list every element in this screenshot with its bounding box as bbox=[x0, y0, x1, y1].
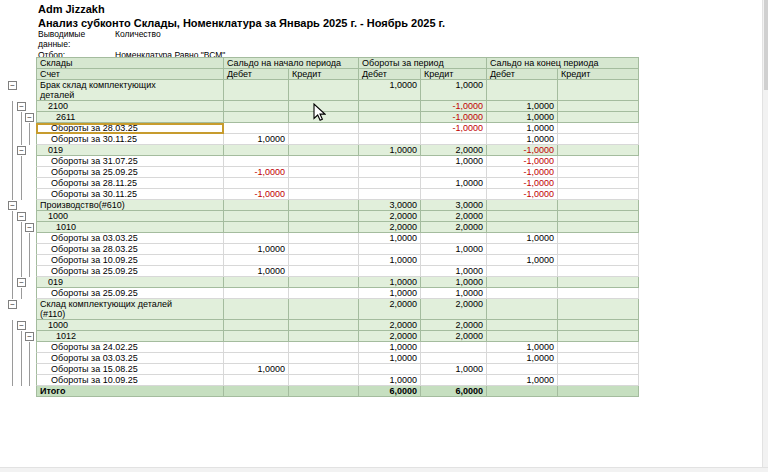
row-label[interactable]: Обороты за 30.11.25 bbox=[36, 134, 224, 145]
cell-saldo-start-debit[interactable] bbox=[224, 80, 289, 101]
cell-saldo-end-credit[interactable] bbox=[558, 375, 639, 386]
cell-turnover-credit[interactable] bbox=[421, 353, 487, 364]
cell-turnover-debit[interactable] bbox=[359, 112, 421, 123]
cell-saldo-start-credit[interactable] bbox=[289, 211, 359, 222]
cell-saldo-end-credit[interactable] bbox=[558, 145, 639, 156]
cell-turnover-debit[interactable]: 2,0000 bbox=[359, 299, 421, 320]
cell-turnover-credit[interactable]: 6,0000 bbox=[421, 386, 487, 397]
cell-saldo-end-debit[interactable] bbox=[487, 211, 558, 222]
collapse-minus-icon[interactable]: − bbox=[17, 102, 26, 111]
cell-saldo-start-debit[interactable]: 1,0000 bbox=[224, 266, 289, 277]
cell-saldo-end-debit[interactable] bbox=[487, 277, 558, 288]
row-label[interactable]: Итого bbox=[36, 386, 224, 397]
col-header-debit-start[interactable]: Дебет bbox=[224, 69, 289, 80]
cell-turnover-debit[interactable]: 1,0000 bbox=[359, 375, 421, 386]
cell-turnover-credit[interactable] bbox=[421, 375, 487, 386]
cell-turnover-debit[interactable]: 1,0000 bbox=[359, 353, 421, 364]
cell-saldo-end-credit[interactable] bbox=[558, 266, 639, 277]
row-label[interactable]: Обороты за 31.07.25 bbox=[36, 156, 224, 167]
vertical-scrollbar[interactable] bbox=[762, 0, 768, 472]
cell-saldo-end-debit[interactable] bbox=[487, 320, 558, 331]
cell-saldo-end-debit[interactable] bbox=[487, 288, 558, 299]
cell-saldo-start-credit[interactable] bbox=[289, 123, 359, 134]
cell-turnover-credit[interactable]: 2,0000 bbox=[421, 222, 487, 233]
cell-saldo-start-credit[interactable] bbox=[289, 222, 359, 233]
row-label[interactable]: 1000 bbox=[36, 211, 224, 222]
row-label[interactable]: 1012 bbox=[36, 331, 224, 342]
collapse-minus-icon[interactable]: − bbox=[25, 113, 34, 122]
cell-turnover-credit[interactable] bbox=[421, 255, 487, 266]
cell-saldo-start-debit[interactable] bbox=[224, 277, 289, 288]
row-label[interactable]: Обороты за 10.09.25 bbox=[36, 375, 224, 386]
cell-turnover-debit[interactable]: 6,0000 bbox=[359, 386, 421, 397]
cell-saldo-start-debit[interactable] bbox=[224, 331, 289, 342]
cell-saldo-start-debit[interactable]: 1,0000 bbox=[224, 364, 289, 375]
cell-saldo-start-credit[interactable] bbox=[289, 342, 359, 353]
cell-turnover-credit[interactable] bbox=[421, 134, 487, 145]
cell-saldo-start-debit[interactable] bbox=[224, 178, 289, 189]
cell-saldo-start-debit[interactable] bbox=[224, 375, 289, 386]
cell-saldo-start-credit[interactable] bbox=[289, 178, 359, 189]
collapse-minus-icon[interactable]: − bbox=[8, 201, 17, 210]
cell-saldo-start-debit[interactable] bbox=[224, 101, 289, 112]
row-label[interactable]: 1000 bbox=[36, 320, 224, 331]
cell-saldo-end-debit[interactable] bbox=[487, 299, 558, 320]
col-header-sklady[interactable]: Склады bbox=[36, 57, 224, 69]
cell-turnover-credit[interactable]: 2,0000 bbox=[421, 145, 487, 156]
row-label[interactable]: Обороты за 30.11.25 bbox=[36, 189, 224, 200]
cell-turnover-debit[interactable]: 1,0000 bbox=[359, 145, 421, 156]
cell-turnover-credit[interactable]: 1,0000 bbox=[421, 80, 487, 101]
cell-turnover-credit[interactable] bbox=[421, 342, 487, 353]
cell-saldo-end-debit[interactable] bbox=[487, 200, 558, 211]
cell-saldo-start-credit[interactable] bbox=[289, 167, 359, 178]
cell-saldo-start-credit[interactable] bbox=[289, 375, 359, 386]
cell-turnover-credit[interactable]: 1,0000 bbox=[421, 364, 487, 375]
cell-saldo-end-debit[interactable]: 1,0000 bbox=[487, 375, 558, 386]
cell-saldo-end-credit[interactable] bbox=[558, 331, 639, 342]
cell-turnover-debit[interactable] bbox=[359, 244, 421, 255]
cell-saldo-end-credit[interactable] bbox=[558, 288, 639, 299]
collapse-minus-icon[interactable]: − bbox=[17, 146, 26, 155]
cell-saldo-start-debit[interactable] bbox=[224, 123, 289, 134]
row-label[interactable]: Обороты за 03.03.25 bbox=[36, 233, 224, 244]
cell-turnover-debit[interactable]: 1,0000 bbox=[359, 288, 421, 299]
cell-saldo-start-debit[interactable] bbox=[224, 222, 289, 233]
cell-saldo-start-debit[interactable] bbox=[224, 112, 289, 123]
collapse-minus-icon[interactable]: − bbox=[25, 223, 34, 232]
row-label[interactable]: Обороты за 28.03.25 bbox=[36, 123, 224, 134]
cell-saldo-end-debit[interactable] bbox=[487, 222, 558, 233]
collapse-minus-icon[interactable]: − bbox=[17, 321, 26, 330]
cell-saldo-end-credit[interactable] bbox=[558, 123, 639, 134]
cell-turnover-credit[interactable]: 1,0000 bbox=[421, 288, 487, 299]
cell-saldo-start-debit[interactable] bbox=[224, 342, 289, 353]
cell-turnover-debit[interactable] bbox=[359, 101, 421, 112]
col-header-credit-turnover[interactable]: Кредит bbox=[421, 69, 487, 80]
cell-turnover-credit[interactable]: 1,0000 bbox=[421, 244, 487, 255]
cell-saldo-start-debit[interactable] bbox=[224, 200, 289, 211]
horizontal-scrollbar[interactable] bbox=[0, 467, 768, 472]
cell-saldo-end-credit[interactable] bbox=[558, 353, 639, 364]
col-header-schet[interactable]: Счет bbox=[36, 69, 224, 80]
cell-saldo-end-debit[interactable]: 1,0000 bbox=[487, 123, 558, 134]
row-label[interactable]: Обороты за 24.02.25 bbox=[36, 342, 224, 353]
row-label[interactable]: 2611 bbox=[36, 112, 224, 123]
cell-turnover-credit[interactable] bbox=[421, 233, 487, 244]
cell-saldo-end-credit[interactable] bbox=[558, 342, 639, 353]
cell-saldo-start-credit[interactable] bbox=[289, 331, 359, 342]
cell-saldo-end-debit[interactable]: -1,0000 bbox=[487, 178, 558, 189]
cell-saldo-start-credit[interactable] bbox=[289, 288, 359, 299]
cell-turnover-debit[interactable]: 2,0000 bbox=[359, 320, 421, 331]
cell-saldo-start-credit[interactable] bbox=[289, 134, 359, 145]
cell-saldo-start-credit[interactable] bbox=[289, 233, 359, 244]
cell-saldo-end-debit[interactable]: 1,0000 bbox=[487, 134, 558, 145]
scrollbar-thumb[interactable] bbox=[764, 0, 768, 90]
cell-turnover-debit[interactable]: 1,0000 bbox=[359, 342, 421, 353]
col-header-saldo-start[interactable]: Сальдо на начало периода bbox=[224, 57, 359, 69]
cell-saldo-end-credit[interactable] bbox=[558, 320, 639, 331]
cell-saldo-end-credit[interactable] bbox=[558, 101, 639, 112]
col-header-saldo-end[interactable]: Сальдо на конец периода bbox=[487, 57, 639, 69]
row-label[interactable]: Обороты за 10.09.25 bbox=[36, 255, 224, 266]
cell-saldo-end-debit[interactable]: 1,0000 bbox=[487, 101, 558, 112]
cell-turnover-debit[interactable] bbox=[359, 364, 421, 375]
row-label[interactable]: Склад комплектующих деталей (#110) bbox=[36, 299, 224, 320]
